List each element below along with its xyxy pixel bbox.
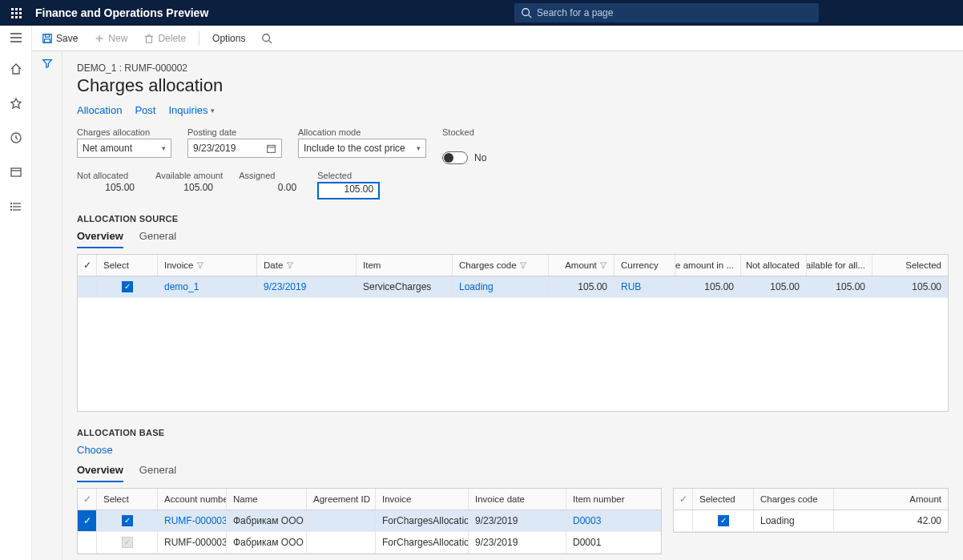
chevron-down-icon: ▾ [417, 144, 421, 152]
base-left-grid: ✓ Select Account number Name Agreement I… [77, 488, 662, 554]
col-amount[interactable]: Amount [549, 255, 614, 276]
col-invoice-date[interactable]: Invoice date [469, 489, 566, 510]
row-checkbox[interactable] [122, 281, 133, 292]
row-checkbox[interactable] [122, 537, 133, 548]
table-row[interactable]: RUMF-000003 Фабрикам ООО ForChargesAlloc… [78, 532, 661, 554]
app-launcher[interactable] [0, 0, 32, 26]
tab-allocation[interactable]: Allocation [77, 104, 122, 116]
table-row[interactable]: ✓ RUMF-000003 Фабрикам ООО ForChargesAll… [78, 510, 661, 532]
tab-inquiries[interactable]: Inquiries ▾ [168, 104, 214, 116]
posting-date-input[interactable]: 9/23/2019 [187, 139, 282, 158]
filter-icon [599, 261, 607, 269]
col-account[interactable]: Account number [158, 489, 227, 510]
tab-inquiries-label: Inquiries [168, 104, 208, 116]
allocation-base-heading: ALLOCATION BASE [77, 428, 949, 437]
cell-item: ServiceCharges [357, 276, 453, 297]
svg-line-1 [529, 15, 532, 18]
row-checkbox[interactable] [718, 515, 729, 526]
svg-point-22 [10, 207, 11, 207]
col-item-number[interactable]: Item number [566, 489, 661, 510]
col-amount[interactable]: Amount [834, 489, 948, 510]
workspace-icon[interactable] [10, 166, 22, 181]
star-icon[interactable] [10, 97, 22, 112]
cell-item-number: D0001 [566, 532, 661, 553]
home-icon[interactable] [10, 62, 22, 78]
save-button[interactable]: Save [35, 30, 84, 47]
col-invoice[interactable]: Invoice [158, 255, 257, 276]
cell-amount-in: 105.00 [675, 276, 741, 297]
select-all-checkbox[interactable]: ✓ [83, 260, 91, 271]
choose-button[interactable]: Choose [77, 444, 113, 456]
cell-currency[interactable]: RUB [614, 276, 675, 297]
allocation-mode-value: Include to the cost price [304, 143, 405, 154]
col-item[interactable]: Item [357, 255, 453, 276]
stocked-toggle[interactable] [442, 151, 468, 164]
cell-name: Фабрикам ООО [227, 532, 307, 553]
cell-charges-code[interactable]: Loading [453, 276, 549, 297]
col-amount-in[interactable]: The amount in ... [675, 255, 741, 276]
cell-amount: 42.00 [834, 510, 948, 531]
filter-icon[interactable] [42, 58, 53, 560]
svg-rect-4 [45, 38, 50, 42]
source-tab-general[interactable]: General [139, 230, 176, 248]
col-agreement[interactable]: Agreement ID [307, 489, 376, 510]
list-icon[interactable] [10, 200, 22, 216]
row-checkbox[interactable] [122, 515, 133, 526]
col-not-allocated[interactable]: Not allocated [741, 255, 807, 276]
col-currency[interactable]: Currency [614, 255, 675, 276]
col-selected[interactable]: Selected [693, 489, 754, 510]
cell-date[interactable]: 9/23/2019 [257, 276, 357, 297]
search-input[interactable] [537, 7, 812, 18]
breadcrumb: DEMO_1 : RUMF-000002 [77, 62, 949, 74]
col-name[interactable]: Name [227, 489, 307, 510]
readout-selected-value[interactable]: 105.00 [317, 182, 380, 199]
cell-invoice[interactable]: demo_1 [158, 276, 257, 297]
save-label: Save [56, 33, 78, 44]
hamburger-icon[interactable] [10, 32, 22, 46]
svg-rect-3 [45, 34, 49, 37]
delete-button[interactable]: Delete [137, 30, 192, 47]
tab-post[interactable]: Post [135, 104, 155, 116]
col-select[interactable]: Select [97, 255, 158, 276]
col-charges-code[interactable]: Charges code [453, 255, 549, 276]
source-grid: ✓ Select Invoice Date Item Charges code … [77, 254, 949, 412]
toolbar-search[interactable] [255, 30, 279, 47]
readout-selected-label: Selected [317, 171, 380, 180]
cell-account: RUMF-000003 [158, 532, 227, 553]
cell-name: Фабрикам ООО [227, 510, 307, 531]
col-invoice[interactable]: Invoice [376, 489, 469, 510]
svg-rect-24 [268, 145, 276, 152]
base-tab-overview[interactable]: Overview [77, 464, 123, 482]
table-row[interactable]: demo_1 9/23/2019 ServiceCharges Loading … [78, 276, 948, 298]
table-row[interactable]: Loading 42.00 [674, 510, 948, 532]
charges-allocation-value: Net amount [83, 143, 132, 154]
trash-icon [143, 33, 155, 44]
cell-invoice-date: 9/23/2019 [469, 510, 566, 531]
search-icon [261, 33, 272, 44]
svg-line-11 [269, 40, 272, 43]
new-button[interactable]: New [87, 30, 134, 47]
source-tab-overview[interactable]: Overview [77, 230, 123, 248]
calendar-icon [266, 143, 276, 154]
posting-date-label: Posting date [187, 127, 282, 137]
cell-item-number[interactable]: D0003 [566, 510, 661, 531]
readout-not-allocated-value: 105.00 [77, 182, 139, 199]
chevron-down-icon: ▾ [162, 144, 166, 152]
clock-icon[interactable] [10, 131, 22, 147]
col-charges-code[interactable]: Charges code [754, 489, 834, 510]
col-date[interactable]: Date [257, 255, 357, 276]
cell-account[interactable]: RUMF-000003 [158, 510, 227, 531]
global-search[interactable] [514, 3, 819, 22]
col-selected[interactable]: Selected [872, 255, 948, 276]
svg-rect-16 [11, 168, 21, 176]
col-available[interactable]: Available for all... [807, 255, 872, 276]
filter-icon [196, 261, 204, 269]
options-button[interactable]: Options [206, 30, 252, 47]
readout-assigned-value: 0.00 [239, 182, 301, 199]
cell-not-allocated: 105.00 [741, 276, 807, 297]
base-tab-general[interactable]: General [139, 464, 176, 482]
allocation-mode-combo[interactable]: Include to the cost price ▾ [298, 139, 426, 158]
col-select[interactable]: Select [97, 489, 158, 510]
cell-invoice: ForChargesAllocation [376, 532, 469, 553]
charges-allocation-combo[interactable]: Net amount ▾ [77, 139, 171, 158]
